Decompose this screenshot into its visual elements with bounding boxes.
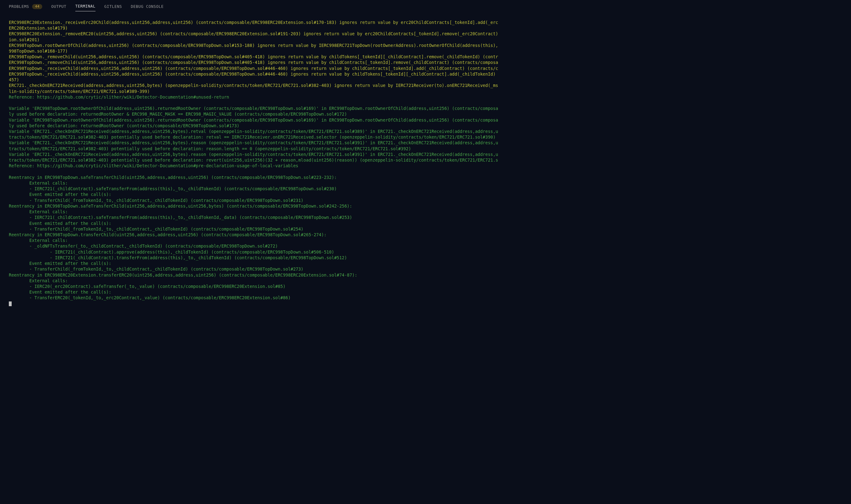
terminal-line: ERC998TopDown.rootOwnerOfChild(address,u… (9, 42, 842, 48)
terminal-line: - TransferChild(_fromTokenId,_to,_childC… (9, 226, 842, 232)
terminal-line: ERC998ERC20Extension._removeERC20(uint25… (9, 31, 842, 37)
terminal-line: External calls: (9, 278, 842, 284)
terminal-line: ERC998TopDown._receiveChild(address,uint… (9, 71, 842, 77)
terminal-line: Reentrancy in ERC998TopDown.transferChil… (9, 232, 842, 237)
terminal-line: Event emitted after the call(s): (9, 220, 842, 226)
terminal-line: ly used before declaration: returnedRoot… (9, 111, 842, 117)
terminal-line (9, 169, 842, 175)
terminal-line (9, 100, 842, 106)
tab-terminal-label: TERMINAL (75, 4, 95, 9)
terminal-line: External calls: (9, 237, 842, 243)
terminal-line: Event emitted after the call(s): (9, 260, 842, 266)
tab-problems[interactable]: PROBLEMS 44 (9, 4, 42, 11)
terminal-line: tracts/token/ERC721/ERC721.sol#382-403) … (9, 134, 842, 140)
terminal-line: Variable 'ERC721._checkOnERC721Received(… (9, 140, 842, 146)
terminal-line: Variable 'ERC721._checkOnERC721Received(… (9, 128, 842, 134)
terminal-line: - TransferERC20(_tokenId,_to,_erc20Contr… (9, 295, 842, 301)
terminal-line: Reference: https://github.com/crytic/sli… (9, 94, 842, 100)
terminal-line: - IERC721(_childContract).safeTransferFr… (9, 186, 842, 192)
panel-tab-bar: PROBLEMS 44 OUTPUT TERMINAL GITLENS DEBU… (0, 0, 851, 14)
terminal-line: ion.sol#201) (9, 37, 842, 42)
terminal-line: - IERC20(_erc20Contract).safeTransfer(_t… (9, 284, 842, 289)
tab-problems-label: PROBLEMS (9, 4, 29, 10)
terminal-line: Event emitted after the call(s): (9, 192, 842, 197)
terminal-line: - TransferChild(_fromTokenId,_to,_childC… (9, 198, 842, 203)
terminal-line: ly used before declaration: returnedRoot… (9, 123, 842, 128)
cursor-icon (9, 302, 12, 306)
terminal-line: Variable 'ERC998TopDown.rootOwnerOfChild… (9, 106, 842, 111)
terminal-line: - IERC721(_childContract).transferFrom(a… (9, 255, 842, 260)
terminal-line: Variable 'ERC721._checkOnERC721Received(… (9, 151, 842, 157)
tab-output[interactable]: OUTPUT (51, 4, 66, 11)
terminal-line: Reentrancy in ERC998TopDown.safeTransfer… (9, 175, 842, 180)
terminal-line: External calls: (9, 209, 842, 215)
terminal-line: Reference: https://github.com/crytic/sli… (9, 163, 842, 168)
terminal-output[interactable]: ERC998ERC20Extension._receiveErc20Child(… (0, 14, 851, 504)
terminal-line: - TransferChild(_fromTokenId,_to,_childC… (9, 266, 842, 272)
terminal-line: lin-solidity/contracts/token/ERC721/ERC7… (9, 89, 842, 94)
terminal-line: Event emitted after the call(s): (9, 289, 842, 295)
terminal-line: Variable 'ERC998TopDown.rootOwnerOfChild… (9, 117, 842, 123)
tab-output-label: OUTPUT (51, 4, 66, 10)
terminal-cursor-line (9, 301, 842, 306)
terminal-line: 998TopDown.sol#168-177) (9, 48, 842, 54)
terminal-line: Reentrancy in ERC998TopDown.safeTransfer… (9, 203, 842, 209)
terminal-line: ERC20Extension.sol#179) (9, 25, 842, 31)
tab-gitlens[interactable]: GITLENS (104, 4, 122, 11)
terminal-line: - _oldNFTsTransfer(_to,_childContract,_c… (9, 243, 842, 249)
terminal-line: ERC998TopDown._removeChild(uint256,addre… (9, 54, 842, 59)
tab-debug-console[interactable]: DEBUG CONSOLE (131, 4, 164, 11)
terminal-line: ERC998TopDown._removeChild(uint256,addre… (9, 59, 842, 65)
problems-badge: 44 (32, 4, 42, 10)
terminal-line: tracts/token/ERC721/ERC721.sol#382-403) … (9, 157, 842, 163)
terminal-line: - IERC721(_childContract).safeTransferFr… (9, 215, 842, 220)
tab-debug-console-label: DEBUG CONSOLE (131, 4, 164, 10)
terminal-line: ERC998TopDown._receiveChild(address,uint… (9, 66, 842, 71)
terminal-line: External calls: (9, 180, 842, 186)
terminal-line: ERC998ERC20Extension._receiveErc20Child(… (9, 20, 842, 25)
terminal-line: 457) (9, 77, 842, 83)
terminal-line: Reentrancy in ERC998ERC20Extension.trans… (9, 272, 842, 278)
terminal-line: - IERC721(_childContract).approve(addres… (9, 249, 842, 255)
terminal-line: ERC721._checkOnERC721Received(address,ad… (9, 83, 842, 88)
terminal-line: tracts/token/ERC721/ERC721.sol#382-403) … (9, 146, 842, 151)
tab-gitlens-label: GITLENS (104, 4, 122, 10)
bottom-panel: PROBLEMS 44 OUTPUT TERMINAL GITLENS DEBU… (0, 0, 851, 504)
tab-terminal[interactable]: TERMINAL (75, 4, 95, 11)
